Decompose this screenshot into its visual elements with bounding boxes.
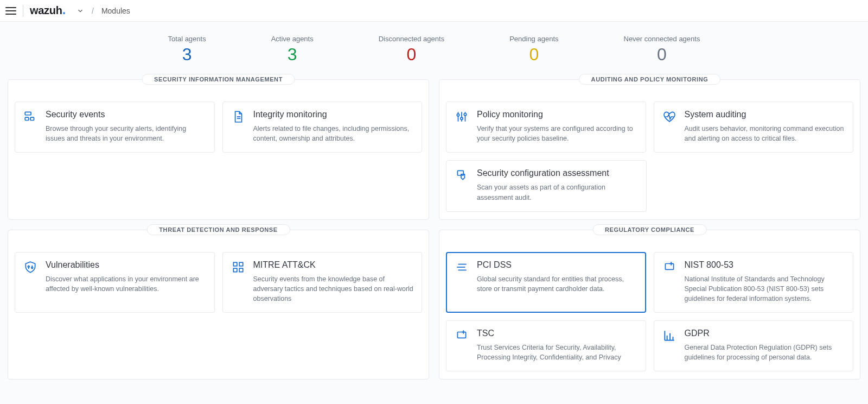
card-system-auditing[interactable]: System auditing Audit users behavior, mo… (654, 102, 854, 153)
stat-label: Active agents (271, 35, 314, 43)
card-title: Security events (46, 110, 207, 119)
card-desc: Alerts related to file changes, includin… (253, 124, 414, 143)
svg-rect-23 (665, 263, 673, 269)
panel-title: AUDITING AND POLICY MONITORING (579, 74, 721, 85)
card-vulnerabilities[interactable]: Vulnerabilities Discover what applicatio… (15, 252, 215, 313)
card-title: GDPR (685, 329, 846, 338)
panel-auditing-policy-monitoring: AUDITING AND POLICY MONITORING Policy mo… (439, 79, 860, 220)
topbar: wazuh. / Modules (0, 0, 868, 22)
stat-value: 0 (509, 45, 558, 64)
card-title: Security configuration assessment (477, 168, 639, 178)
card-title: Vulnerabilities (46, 260, 207, 270)
agent-stats: Total agents 3 Active agents 3 Disconnec… (0, 22, 868, 79)
card-title: Policy monitoring (477, 110, 638, 119)
card-title: MITRE ATT&CK (253, 260, 414, 270)
svg-point-15 (31, 267, 33, 268)
svg-rect-0 (25, 112, 31, 115)
card-desc: National Institute of Standards and Tech… (685, 274, 846, 304)
stat-disconnected-agents[interactable]: Disconnected agents 0 (379, 35, 444, 64)
security-events-icon (23, 110, 38, 125)
card-title: Integrity monitoring (253, 110, 414, 119)
svg-rect-19 (239, 268, 243, 272)
breadcrumb: Modules (101, 7, 130, 15)
card-policy-monitoring[interactable]: Policy monitoring Verify that your syste… (446, 102, 646, 153)
svg-rect-2 (30, 117, 34, 120)
document-plus-icon (454, 329, 469, 344)
card-desc: Discover what applications in your envir… (46, 274, 207, 294)
shield-sliders-icon (23, 260, 38, 275)
card-pci-dss[interactable]: PCI DSS Global security standard for ent… (446, 252, 646, 313)
svg-rect-11 (457, 171, 463, 176)
breadcrumb-separator: / (92, 7, 94, 15)
stat-value: 3 (168, 45, 206, 64)
card-integrity-monitoring[interactable]: Integrity monitoring Alerts related to f… (222, 102, 423, 153)
stat-total-agents[interactable]: Total agents 3 (168, 35, 206, 64)
chevron-down-icon[interactable] (76, 7, 84, 15)
svg-point-10 (464, 113, 466, 116)
card-security-configuration-assessment[interactable]: Security configuration assessment Scan y… (446, 160, 647, 211)
stat-value: 3 (271, 45, 314, 64)
heart-activity-icon (662, 110, 677, 125)
card-desc: Global security standard for entities th… (477, 274, 638, 294)
svg-point-6 (457, 114, 459, 116)
svg-rect-17 (239, 262, 243, 266)
card-desc: Verify that your systems are configured … (477, 124, 638, 143)
card-title: System auditing (685, 110, 846, 119)
panel-title: SECURITY INFORMATION MANAGEMENT (142, 74, 295, 85)
grid-icon (231, 260, 246, 275)
svg-rect-16 (233, 262, 237, 266)
panel-regulatory-compliance: REGULATORY COMPLIANCE PCI DSS Global sec… (439, 230, 860, 380)
menu-toggle-button[interactable] (5, 5, 16, 16)
stat-value: 0 (379, 45, 444, 64)
stat-pending-agents[interactable]: Pending agents 0 (509, 35, 558, 64)
card-desc: Trust Services Criteria for Security, Av… (477, 343, 638, 362)
svg-rect-26 (457, 332, 465, 338)
file-icon (231, 110, 246, 125)
stat-never-connected-agents[interactable]: Never connected agents 0 (624, 35, 700, 64)
svg-point-13 (28, 266, 29, 267)
card-title: TSC (477, 329, 638, 338)
card-tsc[interactable]: TSC Trust Services Criteria for Security… (446, 320, 646, 371)
stat-label: Pending agents (509, 35, 558, 43)
card-desc: Scan your assets as part of a configurat… (477, 182, 639, 202)
card-security-events[interactable]: Security events Browse through your secu… (15, 102, 215, 153)
card-title: NIST 800-53 (685, 260, 846, 270)
card-mitre-attack[interactable]: MITRE ATT&CK Security events from the kn… (222, 252, 423, 313)
svg-rect-1 (25, 117, 29, 120)
card-desc: Browse through your security alerts, ide… (46, 124, 207, 143)
stat-label: Disconnected agents (379, 35, 444, 43)
brand-text: wazuh (30, 4, 62, 17)
brand-logo[interactable]: wazuh. (30, 4, 66, 17)
panel-title: REGULATORY COMPLIANCE (592, 224, 707, 235)
svg-rect-18 (233, 268, 237, 272)
sliders-icon (454, 110, 469, 125)
panel-security-information-management: SECURITY INFORMATION MANAGEMENT Security… (8, 79, 429, 220)
divider (23, 5, 23, 17)
stat-label: Never connected agents (624, 35, 700, 43)
shield-badge-icon (454, 168, 469, 184)
panel-threat-detection-response: THREAT DETECTION AND RESPONSE Vulnerabil… (8, 230, 429, 380)
card-desc: Security events from the knowledge base … (253, 274, 414, 304)
card-gdpr[interactable]: GDPR General Data Protection Regulation … (654, 320, 854, 371)
card-desc: Audit users behavior, monitoring command… (685, 124, 846, 143)
card-nist-800-53[interactable]: NIST 800-53 National Institute of Standa… (654, 252, 854, 313)
card-desc: General Data Protection Regulation (GDPR… (685, 343, 846, 362)
card-title: PCI DSS (477, 260, 638, 270)
stack-icon (454, 260, 469, 275)
document-plus-icon (662, 260, 677, 275)
svg-point-8 (461, 117, 463, 119)
stat-active-agents[interactable]: Active agents 3 (271, 35, 314, 64)
stat-value: 0 (624, 45, 700, 64)
panel-title: THREAT DETECTION AND RESPONSE (146, 224, 290, 235)
module-panels: SECURITY INFORMATION MANAGEMENT Security… (0, 79, 868, 396)
bar-chart-icon (662, 329, 677, 344)
stat-label: Total agents (168, 35, 206, 43)
